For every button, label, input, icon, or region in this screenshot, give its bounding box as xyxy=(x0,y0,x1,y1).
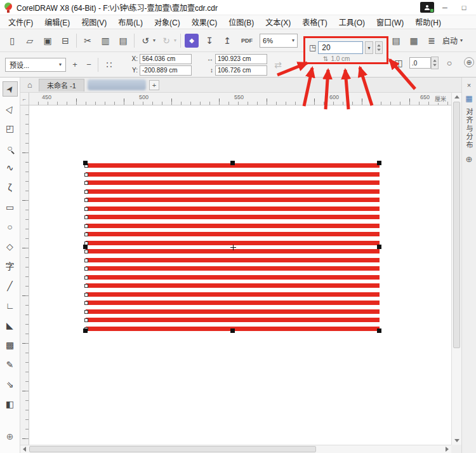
tool-crop-tool[interactable]: ◰ xyxy=(3,121,18,136)
toolbar-show-grid-button[interactable]: ▦ xyxy=(407,34,421,48)
selection-handle[interactable] xyxy=(230,328,235,333)
spacing-grid-icon[interactable]: ∷ xyxy=(102,58,116,72)
toolbar-snap-options-button[interactable]: ≣ xyxy=(425,34,439,48)
selection-handle[interactable] xyxy=(83,245,88,249)
docker-close-button[interactable]: × xyxy=(467,81,471,89)
toolbar-new-document-button[interactable]: ▯ xyxy=(5,34,19,48)
x-position-input[interactable] xyxy=(140,54,192,64)
horizontal-scroll-thumb[interactable] xyxy=(29,446,316,452)
scroll-down-button[interactable] xyxy=(452,436,462,445)
tool-color-eyedropper-tool[interactable]: ✎ xyxy=(3,357,18,372)
height-input[interactable] xyxy=(215,65,267,76)
vertical-scrollbar[interactable] xyxy=(451,93,461,445)
tool-zoom-tool[interactable]: ○ xyxy=(3,140,18,156)
property-bar-add-button[interactable]: ⊕ xyxy=(464,57,474,67)
ruler-origin-icon[interactable]: ⌐ xyxy=(20,93,29,105)
selection-handle[interactable] xyxy=(377,245,381,249)
toolbar-paste-button[interactable]: ▤ xyxy=(116,34,130,48)
scroll-right-button[interactable] xyxy=(443,445,451,453)
horizontal-scrollbar[interactable] xyxy=(20,445,451,453)
window-controls: ─ □ xyxy=(420,1,472,13)
tool-interactive-fill-tool[interactable]: ◣ xyxy=(3,318,18,333)
steps-field[interactable]: 20 xyxy=(318,41,363,54)
toolbar-show-rulers-button[interactable]: ▤ xyxy=(389,34,403,48)
toolbar-copy-button[interactable]: ▥ xyxy=(98,34,112,48)
toolbar-redo-button[interactable]: ↻ xyxy=(159,34,173,48)
toolbar-publish-pdf-button[interactable]: PDF xyxy=(238,34,256,48)
menu-item-布局(L)[interactable]: 布局(L) xyxy=(112,17,149,27)
add-tools-button[interactable]: ⊕ xyxy=(3,429,18,444)
preset-dropdown[interactable]: 预设... ▾ xyxy=(5,58,66,72)
tool-text-tool[interactable]: 字 xyxy=(3,259,18,274)
toolbar-print-button[interactable]: ⊟ xyxy=(58,34,72,48)
y-position-input[interactable] xyxy=(140,65,192,76)
scroll-left-button[interactable] xyxy=(20,445,29,453)
toolbar-import-button[interactable]: ↧ xyxy=(202,34,216,48)
steps-dropdown-button[interactable]: ▾ xyxy=(365,41,373,54)
tool-rectangle-tool[interactable]: ▭ xyxy=(3,199,18,215)
canvas[interactable] xyxy=(20,105,451,445)
maximize-button[interactable]: □ xyxy=(456,1,472,13)
tool-freehand-tool[interactable]: ∿ xyxy=(3,160,18,175)
menu-item-表格(T)[interactable]: 表格(T) xyxy=(296,17,333,27)
toolbar-open-button[interactable]: ▱ xyxy=(23,34,37,48)
steps-spinner[interactable] xyxy=(375,41,383,54)
menu-item-文件(F)[interactable]: 文件(F) xyxy=(3,17,39,27)
tool-ellipse-tool[interactable]: ○ xyxy=(3,219,18,234)
censored-tab[interactable] xyxy=(88,79,146,90)
menu-item-效果(C)[interactable]: 效果(C) xyxy=(186,17,223,27)
scroll-up-button[interactable] xyxy=(452,93,462,101)
width-input[interactable] xyxy=(215,54,267,64)
selection-handle[interactable] xyxy=(377,328,381,333)
delete-preset-button[interactable]: − xyxy=(84,59,94,71)
menu-item-对象(C)[interactable]: 对象(C) xyxy=(149,17,186,27)
chevron-down-icon[interactable]: ▾ xyxy=(174,37,176,43)
tool-attributes-eyedropper-tool[interactable]: ⇘ xyxy=(3,377,18,392)
docker-add-button[interactable]: ⊕ xyxy=(466,154,473,164)
toolbar-cut-button[interactable]: ✂ xyxy=(81,34,95,48)
menu-item-工具(O)[interactable]: 工具(O) xyxy=(333,17,371,27)
page-frame-icon[interactable]: ◫ xyxy=(392,56,406,70)
docker-title[interactable]: 对齐与分布 xyxy=(464,108,474,149)
tool-smart-fill-tool[interactable]: ◧ xyxy=(3,396,18,412)
align-distribute-icon[interactable]: ▦ xyxy=(465,94,472,103)
angle-input[interactable] xyxy=(409,57,431,69)
new-tab-button[interactable]: + xyxy=(149,80,159,90)
home-icon[interactable]: ⌂ xyxy=(24,79,36,91)
menu-item-位图(B)[interactable]: 位图(B) xyxy=(223,17,260,27)
tool-connector-tool[interactable]: ∟ xyxy=(3,298,18,313)
menu-item-编辑(E)[interactable]: 编辑(E) xyxy=(39,17,76,27)
outline-width-icon[interactable]: ○ xyxy=(442,56,456,70)
launch-dropdown[interactable]: 启动▾ xyxy=(442,35,463,46)
tool-pick-tool[interactable]: ➤ xyxy=(3,81,18,97)
artistic-media-tool-icon: ζ xyxy=(8,183,11,192)
zoom-level-dropdown[interactable]: 6%▾ xyxy=(260,34,298,48)
selection-handle[interactable] xyxy=(377,161,381,165)
document-tab[interactable]: 未命名 -1 xyxy=(39,79,84,91)
menu-item-文本(X)[interactable]: 文本(X) xyxy=(260,17,296,27)
tool-shape-tool[interactable]: ▷ xyxy=(3,101,18,116)
vertical-scroll-thumb[interactable] xyxy=(453,102,460,348)
striped-object[interactable] xyxy=(86,163,380,331)
tool-artistic-media-tool[interactable]: ζ xyxy=(3,180,18,195)
menu-item-窗口(W)[interactable]: 窗口(W) xyxy=(371,17,409,27)
toolbar-welcome-screen-button[interactable]: ◆ xyxy=(185,34,199,48)
angle-spinner[interactable] xyxy=(431,57,439,69)
selection-handle[interactable] xyxy=(83,161,88,165)
add-preset-button[interactable]: + xyxy=(70,59,80,71)
menu-item-帮助(H)[interactable]: 帮助(H) xyxy=(409,17,447,27)
account-button[interactable] xyxy=(420,2,434,13)
tool-mesh-fill-tool[interactable]: ▩ xyxy=(3,337,18,353)
tool-polygon-tool[interactable]: ◇ xyxy=(3,239,18,254)
tool-dimension-tool[interactable]: ╱ xyxy=(3,278,18,294)
toolbar-undo-button[interactable]: ↺ xyxy=(138,34,152,48)
toolbar-save-button[interactable]: ▣ xyxy=(41,34,55,48)
chevron-down-icon[interactable]: ▾ xyxy=(153,37,155,43)
selection-handle[interactable] xyxy=(230,161,235,165)
menu-item-视图(V)[interactable]: 视图(V) xyxy=(76,17,112,27)
minimize-button[interactable]: ─ xyxy=(437,1,453,13)
selection-handle[interactable] xyxy=(83,328,88,333)
horizontal-ruler[interactable]: ⌐ 450500550600650 厘米 xyxy=(20,93,451,105)
vertical-ruler[interactable] xyxy=(20,105,29,445)
toolbar-export-button[interactable]: ↥ xyxy=(220,34,234,48)
